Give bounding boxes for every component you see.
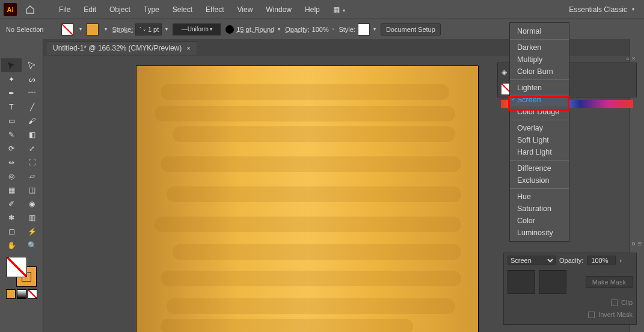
free-transform-tool[interactable]: ⛶	[22, 155, 42, 169]
transparency-panel: Screen Opacity: 100% › Make Mask Clip In…	[503, 253, 637, 325]
shaper-tool[interactable]: ✎	[1, 128, 22, 141]
blend-mode-color[interactable]: Color	[510, 215, 569, 227]
rectangle-tool[interactable]: ▭	[1, 114, 22, 128]
thumbnail-object	[508, 270, 535, 294]
close-tab-icon[interactable]: ×	[186, 45, 190, 52]
blend-mode-lighten[interactable]: Lighten	[510, 82, 569, 94]
menu-help[interactable]: Help	[299, 3, 326, 16]
invert-mask-checkbox[interactable]	[588, 312, 595, 318]
blend-mode-hard-light[interactable]: Hard Light	[510, 146, 569, 158]
blend-mode-exclusion[interactable]: Exclusion	[510, 174, 569, 186]
menu-edit[interactable]: Edit	[78, 3, 102, 16]
artboard-tool[interactable]: ▢	[1, 224, 22, 238]
blend-mode-saturation[interactable]: Saturation	[510, 203, 569, 215]
tab-title: Untitled-1* @ 166.32% (CMYK/Preview)	[53, 44, 182, 52]
paintbrush-tool[interactable]: 🖌	[22, 114, 42, 128]
panel-icon: ◈	[501, 68, 507, 76]
width-tool[interactable]: ⇔	[1, 155, 22, 169]
artboard[interactable]	[136, 66, 479, 332]
menu-select[interactable]: Select	[167, 3, 198, 16]
zoom-tool[interactable]: 🔍	[22, 238, 42, 252]
home-icon[interactable]	[22, 2, 38, 17]
clip-checkbox[interactable]	[611, 300, 618, 306]
opacity-value[interactable]: 100%	[312, 26, 329, 33]
invert-mask-label: Invert Mask	[598, 311, 633, 318]
blend-mode-soft-light[interactable]: Soft Light	[510, 134, 569, 146]
document-setup-button[interactable]: Document Setup	[381, 23, 441, 35]
chevron-down-icon: ▾	[632, 7, 634, 12]
selection-status: No Selection	[6, 26, 43, 33]
slice-tool[interactable]: ⚡	[22, 224, 42, 238]
column-graph-tool[interactable]: ▥	[22, 211, 42, 224]
blend-mode-multiply[interactable]: Multiply	[510, 54, 569, 66]
stroke-weight-input[interactable]: ⌃⌄ 1 pt	[135, 23, 162, 35]
gradient-mode[interactable]	[17, 289, 26, 299]
app-logo: Ai	[4, 3, 17, 16]
thumbnail-mask	[539, 270, 566, 294]
tp-opacity-value[interactable]: 100%	[587, 256, 616, 265]
stroke-swatch[interactable]	[87, 23, 99, 35]
blend-mode-darken[interactable]: Darken	[510, 42, 569, 54]
blend-tool[interactable]: ◉	[22, 197, 42, 211]
fill-stroke-indicator[interactable]	[7, 257, 37, 287]
blend-mode-normal[interactable]: Normal	[510, 25, 569, 37]
direct-selection-tool[interactable]	[22, 58, 42, 72]
menu-object[interactable]: Object	[103, 3, 136, 16]
make-mask-button[interactable]: Make Mask	[586, 276, 633, 288]
toolbox: ✦ ᔕ ✒ 〰 T ╱ ▭ 🖌 ✎ ◧ ⟳ ⤢ ⇔ ⛶ ◎ ▱ ▦ ◫ ✐ ◉ …	[0, 39, 43, 332]
type-tool[interactable]: T	[1, 100, 22, 114]
blend-mode-screen[interactable]: Screen	[510, 94, 569, 106]
menu-type[interactable]: Type	[138, 3, 165, 16]
blend-mode-difference[interactable]: Difference	[510, 162, 569, 174]
clip-label: Clip	[621, 299, 633, 306]
blend-mode-select[interactable]: Screen	[508, 256, 556, 265]
fill-swatch[interactable]	[61, 23, 73, 35]
workspace-switcher[interactable]: Essentials Classic ▾	[563, 3, 640, 16]
graphic-style-swatch[interactable]	[358, 23, 370, 35]
menu-effect[interactable]: Effect	[200, 3, 230, 16]
curvature-tool[interactable]: 〰	[22, 86, 42, 100]
arrange-docs-icon[interactable]: ▦ ▾	[333, 5, 345, 14]
hand-tool[interactable]: ✋	[1, 238, 22, 252]
menubar: Ai File Edit Object Type Select Effect V…	[0, 0, 644, 19]
document-tab[interactable]: Untitled-1* @ 166.32% (CMYK/Preview) ×	[47, 41, 197, 55]
brush-definition[interactable]: 15 pt. Round ▾	[225, 25, 280, 34]
menu-window[interactable]: Window	[260, 3, 298, 16]
selection-tool[interactable]	[1, 58, 22, 72]
blend-mode-luminosity[interactable]: Luminosity	[510, 227, 569, 239]
eyedropper-tool[interactable]: ✐	[1, 197, 22, 211]
style-label: Style:	[339, 26, 355, 33]
perspective-tool[interactable]: ▱	[22, 169, 42, 183]
blend-mode-color-burn[interactable]: Color Burn	[510, 66, 569, 78]
workspace-label: Essentials Classic	[569, 5, 627, 14]
opacity-arrow-icon[interactable]: ›	[619, 257, 622, 264]
collapse-panels-icon[interactable]: « ×	[626, 55, 636, 62]
rotate-tool[interactable]: ⟳	[1, 141, 22, 155]
tp-opacity-label: Opacity:	[559, 257, 583, 264]
color-mode[interactable]	[6, 289, 16, 299]
panel-options[interactable]: » ≡	[631, 239, 642, 248]
opacity-label: Opacity:	[285, 26, 309, 33]
blend-mode-overlay[interactable]: Overlay	[510, 122, 569, 134]
magic-wand-tool[interactable]: ✦	[1, 72, 22, 86]
variable-width-profile[interactable]: — Uniform ▾	[173, 23, 221, 35]
none-mode[interactable]	[28, 289, 37, 299]
menu-file[interactable]: File	[53, 3, 76, 16]
blend-mode-menu: NormalDarkenMultiplyColor BurnLightenScr…	[509, 22, 569, 242]
stroke-label: Stroke:	[112, 26, 133, 33]
mesh-tool[interactable]: ▦	[1, 183, 22, 197]
blend-mode-color-dodge[interactable]: Color Dodge	[510, 106, 569, 118]
menu-view[interactable]: View	[232, 3, 259, 16]
gradient-tool[interactable]: ◫	[22, 183, 42, 197]
lasso-tool[interactable]: ᔕ	[22, 72, 42, 86]
symbol-sprayer-tool[interactable]: ❃	[1, 211, 22, 224]
blend-mode-hue[interactable]: Hue	[510, 191, 569, 203]
shape-builder-tool[interactable]: ◎	[1, 169, 22, 183]
line-tool[interactable]: ╱	[22, 100, 42, 114]
eraser-tool[interactable]: ◧	[22, 128, 42, 141]
scale-tool[interactable]: ⤢	[22, 141, 42, 155]
pen-tool[interactable]: ✒	[1, 86, 22, 100]
